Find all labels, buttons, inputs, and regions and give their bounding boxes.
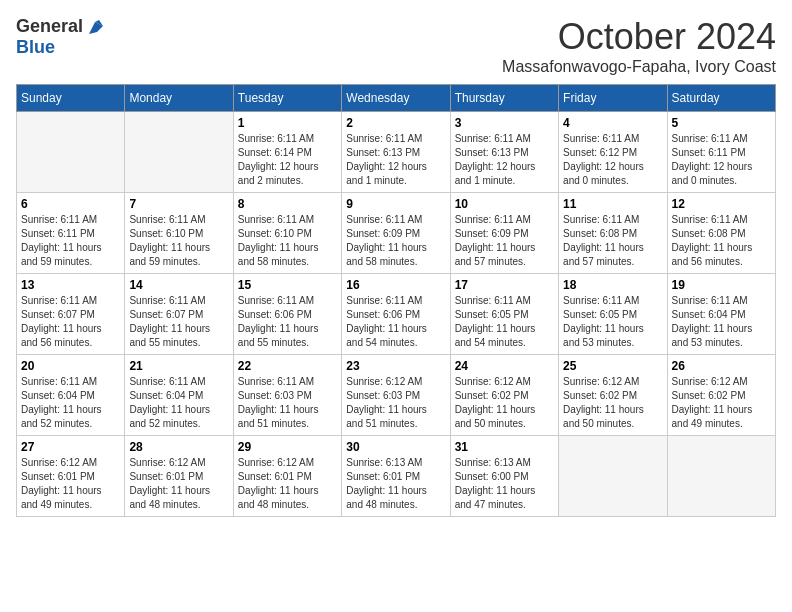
weekday-header: Tuesday bbox=[233, 85, 341, 112]
day-number: 4 bbox=[563, 116, 662, 130]
day-number: 30 bbox=[346, 440, 445, 454]
day-info: Sunrise: 6:11 AM Sunset: 6:04 PM Dayligh… bbox=[672, 294, 771, 350]
calendar-cell: 26Sunrise: 6:12 AM Sunset: 6:02 PM Dayli… bbox=[667, 355, 775, 436]
day-info: Sunrise: 6:13 AM Sunset: 6:00 PM Dayligh… bbox=[455, 456, 554, 512]
calendar-cell: 17Sunrise: 6:11 AM Sunset: 6:05 PM Dayli… bbox=[450, 274, 558, 355]
day-number: 19 bbox=[672, 278, 771, 292]
week-row: 1Sunrise: 6:11 AM Sunset: 6:14 PM Daylig… bbox=[17, 112, 776, 193]
calendar-cell: 12Sunrise: 6:11 AM Sunset: 6:08 PM Dayli… bbox=[667, 193, 775, 274]
calendar-cell: 3Sunrise: 6:11 AM Sunset: 6:13 PM Daylig… bbox=[450, 112, 558, 193]
calendar-cell: 10Sunrise: 6:11 AM Sunset: 6:09 PM Dayli… bbox=[450, 193, 558, 274]
calendar-cell: 19Sunrise: 6:11 AM Sunset: 6:04 PM Dayli… bbox=[667, 274, 775, 355]
day-number: 7 bbox=[129, 197, 228, 211]
day-number: 5 bbox=[672, 116, 771, 130]
day-info: Sunrise: 6:11 AM Sunset: 6:07 PM Dayligh… bbox=[21, 294, 120, 350]
day-number: 9 bbox=[346, 197, 445, 211]
logo: General Blue bbox=[16, 16, 103, 58]
day-info: Sunrise: 6:11 AM Sunset: 6:06 PM Dayligh… bbox=[238, 294, 337, 350]
day-number: 2 bbox=[346, 116, 445, 130]
week-row: 6Sunrise: 6:11 AM Sunset: 6:11 PM Daylig… bbox=[17, 193, 776, 274]
calendar-cell: 22Sunrise: 6:11 AM Sunset: 6:03 PM Dayli… bbox=[233, 355, 341, 436]
day-info: Sunrise: 6:11 AM Sunset: 6:10 PM Dayligh… bbox=[238, 213, 337, 269]
calendar-cell: 25Sunrise: 6:12 AM Sunset: 6:02 PM Dayli… bbox=[559, 355, 667, 436]
calendar-cell: 18Sunrise: 6:11 AM Sunset: 6:05 PM Dayli… bbox=[559, 274, 667, 355]
day-number: 14 bbox=[129, 278, 228, 292]
week-row: 27Sunrise: 6:12 AM Sunset: 6:01 PM Dayli… bbox=[17, 436, 776, 517]
day-number: 10 bbox=[455, 197, 554, 211]
weekday-header: Sunday bbox=[17, 85, 125, 112]
calendar-cell: 8Sunrise: 6:11 AM Sunset: 6:10 PM Daylig… bbox=[233, 193, 341, 274]
day-info: Sunrise: 6:11 AM Sunset: 6:08 PM Dayligh… bbox=[672, 213, 771, 269]
calendar-cell: 20Sunrise: 6:11 AM Sunset: 6:04 PM Dayli… bbox=[17, 355, 125, 436]
day-number: 13 bbox=[21, 278, 120, 292]
day-info: Sunrise: 6:12 AM Sunset: 6:01 PM Dayligh… bbox=[129, 456, 228, 512]
title-block: October 2024 Massafonwavogo-Fapaha, Ivor… bbox=[502, 16, 776, 76]
day-info: Sunrise: 6:11 AM Sunset: 6:04 PM Dayligh… bbox=[129, 375, 228, 431]
day-info: Sunrise: 6:11 AM Sunset: 6:05 PM Dayligh… bbox=[455, 294, 554, 350]
weekday-header: Friday bbox=[559, 85, 667, 112]
calendar-cell: 9Sunrise: 6:11 AM Sunset: 6:09 PM Daylig… bbox=[342, 193, 450, 274]
day-number: 1 bbox=[238, 116, 337, 130]
day-info: Sunrise: 6:12 AM Sunset: 6:02 PM Dayligh… bbox=[563, 375, 662, 431]
day-info: Sunrise: 6:12 AM Sunset: 6:02 PM Dayligh… bbox=[672, 375, 771, 431]
day-number: 12 bbox=[672, 197, 771, 211]
day-number: 15 bbox=[238, 278, 337, 292]
calendar-cell: 1Sunrise: 6:11 AM Sunset: 6:14 PM Daylig… bbox=[233, 112, 341, 193]
day-number: 20 bbox=[21, 359, 120, 373]
calendar-cell bbox=[667, 436, 775, 517]
day-number: 6 bbox=[21, 197, 120, 211]
calendar-cell: 16Sunrise: 6:11 AM Sunset: 6:06 PM Dayli… bbox=[342, 274, 450, 355]
weekday-header-row: SundayMondayTuesdayWednesdayThursdayFrid… bbox=[17, 85, 776, 112]
calendar-table: SundayMondayTuesdayWednesdayThursdayFrid… bbox=[16, 84, 776, 517]
weekday-header: Monday bbox=[125, 85, 233, 112]
day-number: 27 bbox=[21, 440, 120, 454]
calendar-cell: 14Sunrise: 6:11 AM Sunset: 6:07 PM Dayli… bbox=[125, 274, 233, 355]
day-info: Sunrise: 6:11 AM Sunset: 6:13 PM Dayligh… bbox=[455, 132, 554, 188]
calendar-title: October 2024 bbox=[502, 16, 776, 58]
day-number: 11 bbox=[563, 197, 662, 211]
day-info: Sunrise: 6:11 AM Sunset: 6:08 PM Dayligh… bbox=[563, 213, 662, 269]
week-row: 13Sunrise: 6:11 AM Sunset: 6:07 PM Dayli… bbox=[17, 274, 776, 355]
week-row: 20Sunrise: 6:11 AM Sunset: 6:04 PM Dayli… bbox=[17, 355, 776, 436]
day-info: Sunrise: 6:11 AM Sunset: 6:11 PM Dayligh… bbox=[21, 213, 120, 269]
day-number: 16 bbox=[346, 278, 445, 292]
calendar-cell: 11Sunrise: 6:11 AM Sunset: 6:08 PM Dayli… bbox=[559, 193, 667, 274]
day-info: Sunrise: 6:12 AM Sunset: 6:03 PM Dayligh… bbox=[346, 375, 445, 431]
day-number: 28 bbox=[129, 440, 228, 454]
day-number: 31 bbox=[455, 440, 554, 454]
day-number: 17 bbox=[455, 278, 554, 292]
day-info: Sunrise: 6:13 AM Sunset: 6:01 PM Dayligh… bbox=[346, 456, 445, 512]
calendar-cell: 23Sunrise: 6:12 AM Sunset: 6:03 PM Dayli… bbox=[342, 355, 450, 436]
day-info: Sunrise: 6:11 AM Sunset: 6:04 PM Dayligh… bbox=[21, 375, 120, 431]
day-info: Sunrise: 6:11 AM Sunset: 6:09 PM Dayligh… bbox=[455, 213, 554, 269]
weekday-header: Wednesday bbox=[342, 85, 450, 112]
calendar-cell: 24Sunrise: 6:12 AM Sunset: 6:02 PM Dayli… bbox=[450, 355, 558, 436]
day-info: Sunrise: 6:12 AM Sunset: 6:02 PM Dayligh… bbox=[455, 375, 554, 431]
calendar-cell: 31Sunrise: 6:13 AM Sunset: 6:00 PM Dayli… bbox=[450, 436, 558, 517]
day-number: 25 bbox=[563, 359, 662, 373]
day-info: Sunrise: 6:11 AM Sunset: 6:12 PM Dayligh… bbox=[563, 132, 662, 188]
calendar-cell: 15Sunrise: 6:11 AM Sunset: 6:06 PM Dayli… bbox=[233, 274, 341, 355]
day-info: Sunrise: 6:11 AM Sunset: 6:09 PM Dayligh… bbox=[346, 213, 445, 269]
calendar-cell: 6Sunrise: 6:11 AM Sunset: 6:11 PM Daylig… bbox=[17, 193, 125, 274]
calendar-cell: 13Sunrise: 6:11 AM Sunset: 6:07 PM Dayli… bbox=[17, 274, 125, 355]
day-number: 26 bbox=[672, 359, 771, 373]
weekday-header: Thursday bbox=[450, 85, 558, 112]
logo-general-text: General bbox=[16, 16, 83, 37]
day-info: Sunrise: 6:11 AM Sunset: 6:13 PM Dayligh… bbox=[346, 132, 445, 188]
logo-bird-icon bbox=[85, 18, 103, 36]
day-info: Sunrise: 6:11 AM Sunset: 6:10 PM Dayligh… bbox=[129, 213, 228, 269]
logo-blue-text: Blue bbox=[16, 37, 55, 58]
calendar-cell: 29Sunrise: 6:12 AM Sunset: 6:01 PM Dayli… bbox=[233, 436, 341, 517]
calendar-cell: 30Sunrise: 6:13 AM Sunset: 6:01 PM Dayli… bbox=[342, 436, 450, 517]
calendar-location: Massafonwavogo-Fapaha, Ivory Coast bbox=[502, 58, 776, 76]
day-info: Sunrise: 6:12 AM Sunset: 6:01 PM Dayligh… bbox=[238, 456, 337, 512]
day-number: 8 bbox=[238, 197, 337, 211]
day-number: 23 bbox=[346, 359, 445, 373]
day-number: 29 bbox=[238, 440, 337, 454]
weekday-header: Saturday bbox=[667, 85, 775, 112]
day-number: 3 bbox=[455, 116, 554, 130]
calendar-cell: 7Sunrise: 6:11 AM Sunset: 6:10 PM Daylig… bbox=[125, 193, 233, 274]
calendar-cell: 28Sunrise: 6:12 AM Sunset: 6:01 PM Dayli… bbox=[125, 436, 233, 517]
day-number: 22 bbox=[238, 359, 337, 373]
